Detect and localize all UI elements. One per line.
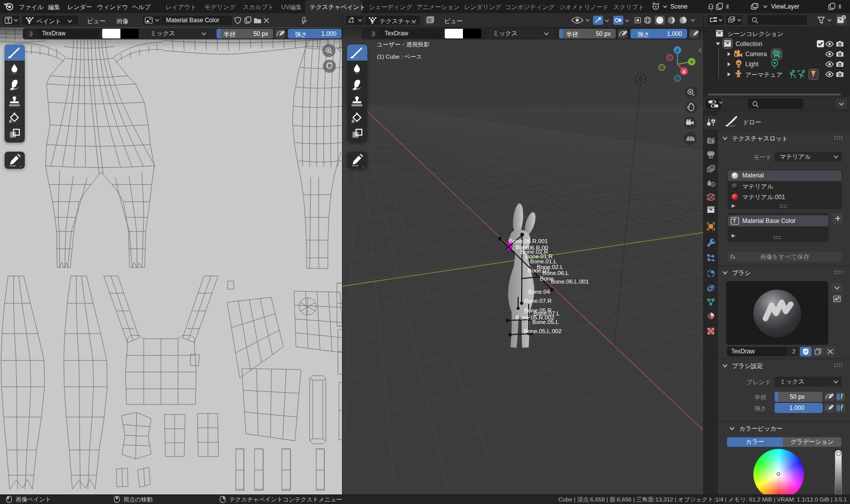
svg-text:Bone.06.R.001: Bone.06.R.001 xyxy=(509,238,548,244)
svg-text:Bone.05.L.002: Bone.05.L.002 xyxy=(524,328,562,334)
svg-text:Bone.05.L: Bone.05.L xyxy=(532,319,559,325)
svg-text:Bone.07.R: Bone.07.R xyxy=(524,298,551,304)
svg-text:X: X xyxy=(683,69,686,74)
svg-text:Z: Z xyxy=(676,48,679,53)
svg-text:(1) Cube : ベース: (1) Cube : ベース xyxy=(377,54,422,60)
svg-text:Bone.06.L.001: Bone.06.L.001 xyxy=(551,279,589,285)
svg-text:Y: Y xyxy=(690,60,693,65)
svg-text:Bone.04: Bone.04 xyxy=(528,289,550,295)
